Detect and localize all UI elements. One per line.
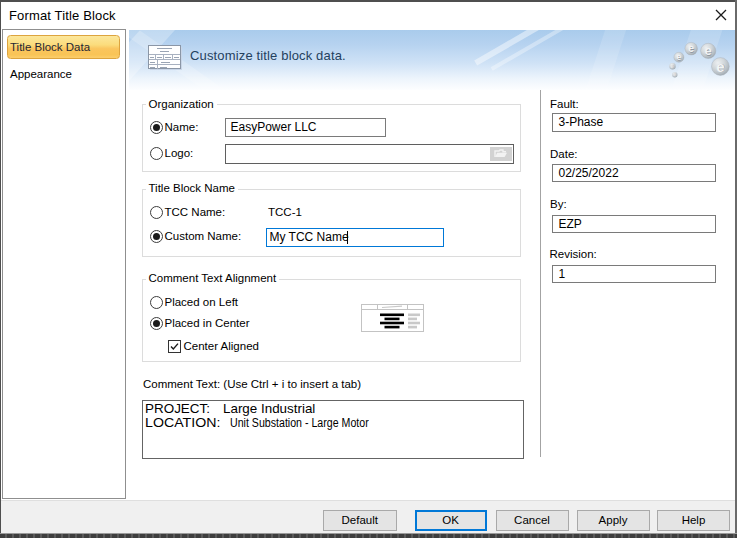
svg-text:e: e bbox=[671, 63, 674, 69]
svg-text:e: e bbox=[704, 43, 711, 58]
svg-text:e: e bbox=[716, 58, 724, 75]
svg-text:e: e bbox=[677, 52, 682, 62]
svg-text:e: e bbox=[688, 42, 694, 54]
